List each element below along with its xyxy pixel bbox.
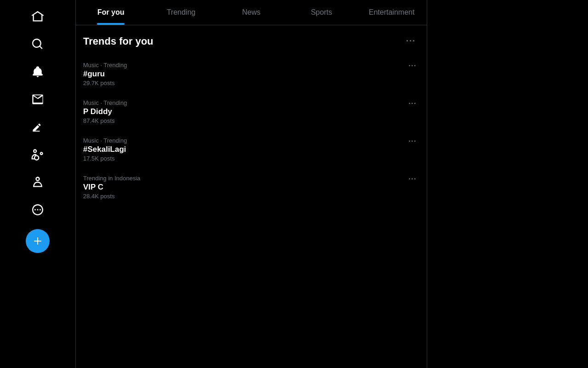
trend-more-button[interactable]: ··· <box>406 60 419 72</box>
trend-info: Music · Trending #SekaliLagi 17.5K posts <box>83 137 127 162</box>
trend-info: Music · Trending #guru 29.7K posts <box>83 62 127 86</box>
trend-item[interactable]: Music · Trending #SekaliLagi 17.5K posts… <box>76 131 427 168</box>
tab-trending[interactable]: Trending <box>146 0 216 25</box>
tab-for-you[interactable]: For you <box>76 0 146 25</box>
trend-info: Music · Trending P Diddy 87.4K posts <box>83 99 127 124</box>
tab-news-label: News <box>242 8 260 17</box>
trend-posts: 28.4K posts <box>83 193 141 200</box>
sidebar <box>0 0 76 368</box>
trend-posts: 87.4K posts <box>83 117 127 124</box>
trend-item[interactable]: Trending in Indonesia VIP C 28.4K posts … <box>76 168 427 206</box>
main-content: For you Trending News Sports Entertainme… <box>76 0 427 368</box>
communities-icon <box>31 148 44 161</box>
trend-name: #SekaliLagi <box>83 145 127 154</box>
trend-category: Music · Trending <box>83 137 127 144</box>
home-icon <box>31 10 44 23</box>
trend-more-button[interactable]: ··· <box>406 135 419 147</box>
profile-icon <box>31 176 44 189</box>
compose-icon <box>31 121 44 133</box>
sidebar-item-search[interactable] <box>26 32 50 56</box>
right-panel <box>427 0 588 368</box>
tab-entertainment-label: Entertainment <box>369 8 415 17</box>
sidebar-item-more[interactable] <box>26 198 50 222</box>
tab-trending-label: Trending <box>167 8 196 17</box>
more-circle-icon <box>31 203 44 216</box>
sidebar-item-messages[interactable] <box>26 87 50 111</box>
trend-name: P Diddy <box>83 107 127 116</box>
tab-entertainment[interactable]: Entertainment <box>356 0 427 25</box>
trends-content: Trends for you ··· Music · Trending #gur… <box>76 25 427 368</box>
sidebar-item-communities[interactable] <box>26 143 50 167</box>
tab-sports[interactable]: Sports <box>286 0 356 25</box>
tab-sports-label: Sports <box>311 8 332 17</box>
trend-category: Music · Trending <box>83 62 127 69</box>
svg-rect-0 <box>33 131 40 132</box>
bell-icon <box>31 65 44 78</box>
trends-list: Music · Trending #guru 29.7K posts ··· M… <box>76 55 427 206</box>
sidebar-item-home[interactable] <box>26 5 50 29</box>
section-header: Trends for you ··· <box>76 33 427 55</box>
sidebar-item-compose[interactable] <box>26 115 50 139</box>
sidebar-item-profile[interactable] <box>26 170 50 194</box>
section-title: Trends for you <box>83 35 153 47</box>
new-post-fab[interactable] <box>26 229 50 253</box>
trend-name: #guru <box>83 69 127 79</box>
trend-more-button[interactable]: ··· <box>406 98 419 109</box>
trend-name: VIP C <box>83 183 141 192</box>
search-icon <box>31 38 44 51</box>
tab-news[interactable]: News <box>216 0 287 25</box>
tab-for-you-label: For you <box>97 8 124 17</box>
trend-item[interactable]: Music · Trending P Diddy 87.4K posts ··· <box>76 93 427 131</box>
plus-icon <box>32 236 43 247</box>
trend-item[interactable]: Music · Trending #guru 29.7K posts ··· <box>76 55 427 93</box>
sidebar-item-notifications[interactable] <box>26 60 50 84</box>
section-more-button[interactable]: ··· <box>402 34 419 48</box>
trend-category: Trending in Indonesia <box>83 175 141 182</box>
trend-info: Trending in Indonesia VIP C 28.4K posts <box>83 175 141 200</box>
tab-bar: For you Trending News Sports Entertainme… <box>76 0 427 25</box>
trend-category: Music · Trending <box>83 99 127 106</box>
trend-posts: 29.7K posts <box>83 80 127 86</box>
mail-icon <box>31 93 44 106</box>
trend-posts: 17.5K posts <box>83 155 127 162</box>
trend-more-button[interactable]: ··· <box>406 173 419 185</box>
